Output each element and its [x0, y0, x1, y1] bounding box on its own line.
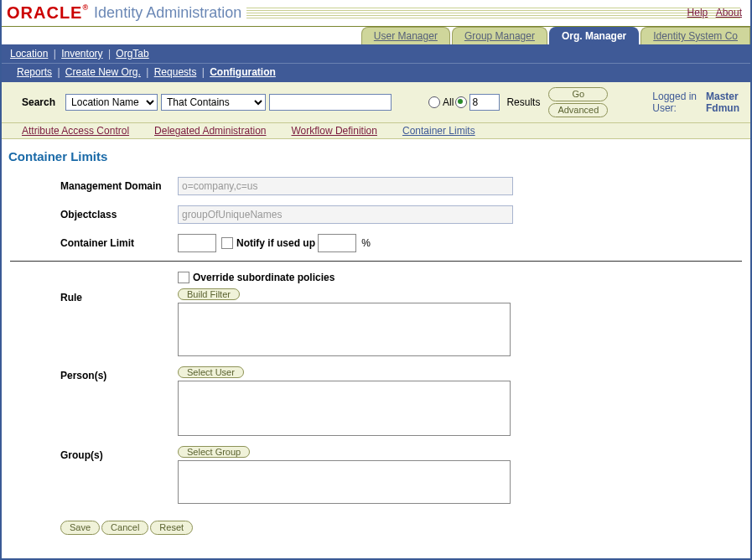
groups-listbox[interactable] [178, 460, 511, 504]
radio-all[interactable] [428, 96, 440, 108]
checkbox-override[interactable] [178, 272, 189, 283]
label-pct: % [361, 237, 371, 249]
page-title: Container Limits [2, 139, 750, 172]
go-button[interactable]: Go [548, 87, 608, 101]
field-container-limit[interactable] [178, 234, 216, 252]
label-rule: Rule [10, 288, 178, 303]
search-label: Search [7, 96, 62, 108]
about-link[interactable]: About [716, 7, 742, 18]
search-row: Search Location Name That Contains All R… [2, 82, 750, 122]
rule-listbox[interactable] [178, 303, 511, 356]
search-input[interactable] [269, 94, 392, 111]
subnav-configuration[interactable]: Configuration [210, 66, 276, 78]
nav-bar: Location | Inventory | OrgTab [2, 44, 750, 63]
tab-org-manager[interactable]: Org. Manager [549, 27, 639, 44]
nav-inventory[interactable]: Inventory [61, 48, 102, 60]
tab-user-manager[interactable]: User Manager [361, 27, 450, 44]
persons-listbox[interactable] [178, 381, 511, 436]
product-name: Identity Administration [89, 4, 241, 22]
config-tab-da[interactable]: Delegated Administration [154, 125, 266, 137]
label-override: Override subordinate policies [193, 272, 335, 283]
header-stripes [246, 8, 740, 19]
button-row: Save Cancel Reset [10, 514, 742, 542]
field-objectclass [178, 205, 513, 224]
tab-group-manager[interactable]: Group Manager [452, 27, 547, 44]
save-button[interactable]: Save [60, 521, 100, 535]
brand-logo: ORACLE® [7, 3, 89, 23]
subnav-reports[interactable]: Reports [17, 66, 52, 78]
tab-identity-system[interactable]: Identity System Co [640, 27, 750, 44]
header: ORACLE® Identity Administration Help Abo… [2, 0, 750, 26]
subnav-create-org[interactable]: Create New Org. [65, 66, 141, 78]
config-tab-aac[interactable]: Attribute Access Control [22, 125, 129, 137]
radio-all-label: All [443, 96, 454, 108]
config-tab-wf[interactable]: Workflow Definition [291, 125, 376, 137]
radio-group: All [428, 94, 500, 111]
select-group-button[interactable]: Select Group [178, 446, 250, 458]
results-count-input[interactable] [469, 94, 500, 111]
logo-area: ORACLE® Identity Administration [7, 3, 241, 26]
label-persons: Person(s) [10, 366, 178, 381]
label-objectclass: Objectclass [10, 209, 178, 220]
logged-in-user: Logged inUser: MasterFdmun [650, 88, 745, 117]
subnav-requests[interactable]: Requests [154, 66, 197, 78]
config-tab-cl[interactable]: Container Limits [402, 125, 475, 137]
field-notify-pct[interactable] [318, 234, 356, 252]
nav-orgtab[interactable]: OrgTab [116, 48, 148, 60]
radio-count[interactable] [455, 96, 467, 108]
label-mgmt-domain: Management Domain [10, 180, 178, 192]
main-tabs: User Manager Group Manager Org. Manager … [2, 26, 750, 44]
top-links: Help About [682, 7, 742, 18]
select-user-button[interactable]: Select User [178, 366, 244, 378]
search-field-select[interactable]: Location Name [65, 94, 158, 111]
advanced-button[interactable]: Advanced [548, 103, 608, 117]
config-tabs: Attribute Access Control Delegated Admin… [2, 122, 750, 139]
results-label: Results [503, 96, 543, 108]
form-area: Management Domain Objectclass Container … [2, 172, 750, 558]
search-op-select[interactable]: That Contains [161, 94, 266, 111]
label-notify: Notify if used up [236, 237, 315, 249]
build-filter-button[interactable]: Build Filter [178, 288, 240, 300]
field-mgmt-domain [178, 177, 513, 195]
divider [10, 261, 742, 262]
cancel-button[interactable]: Cancel [101, 521, 148, 535]
help-link[interactable]: Help [687, 7, 708, 18]
nav-location[interactable]: Location [10, 48, 48, 60]
label-groups: Group(s) [10, 446, 178, 461]
checkbox-notify[interactable] [221, 237, 233, 249]
reset-button[interactable]: Reset [150, 521, 193, 535]
label-container-limit: Container Limit [10, 237, 178, 249]
sub-nav-bar: Reports | Create New Org. | Requests | C… [2, 63, 750, 82]
